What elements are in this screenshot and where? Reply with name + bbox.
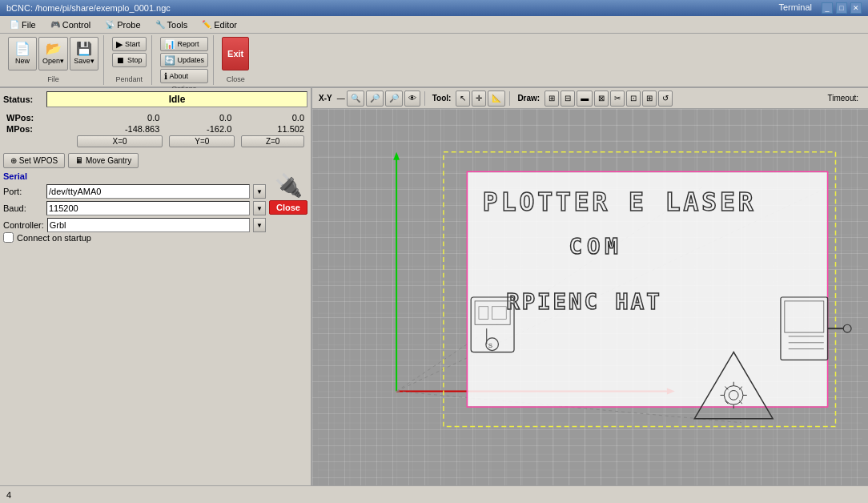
draw-opt1-button[interactable]: ⊡ [626,91,641,107]
zoom-in-button[interactable]: 🔎 [366,91,384,107]
tools-icon: 🔧 [155,20,165,29]
open-button[interactable]: 📂 Open▾ [38,37,68,70]
port-dropdown-btn[interactable]: ▼ [253,184,266,199]
zoom-out-button[interactable]: 🔎 [385,91,403,107]
file-section-label: File [47,75,59,83]
updates-button[interactable]: 🔄 Updates [160,53,209,67]
wpos-x: 0.0 [74,112,166,123]
connect-startup-row: Connect on startup [3,232,266,243]
toolbar-file-section: 📄 New 📂 Open▾ 💾 Save▾ File [3,35,104,85]
move-gantry-button[interactable]: 🖩 Move Gantry [68,153,139,168]
controller-label: Controller: [3,220,44,230]
wpos-label: WPos: [3,112,74,123]
viz-canvas[interactable]: PLOTTER E LASER COM RPIENC HAT S [312,109,868,485]
bottom-number: 4 [6,490,11,500]
controller-dropdown-btn[interactable]: ▼ [253,218,266,232]
draw-opt2-button[interactable]: ⊞ [642,91,657,107]
z-zero-button[interactable]: Z=0 [241,135,304,147]
baud-input[interactable] [46,201,250,215]
menu-editor[interactable]: ✏️ Editor [195,17,243,33]
about-button[interactable]: ℹ About [160,69,209,83]
minimize-button[interactable]: _ [822,2,833,14]
close-button-red[interactable]: Close [269,200,307,215]
draw-opt3-button[interactable]: ↺ [658,91,673,107]
draw-cut-button[interactable]: ✂ [610,91,625,107]
probe-icon: 📡 [105,20,115,29]
y-zero-button[interactable]: Y=0 [169,135,235,147]
viz-toolbar: X-Y — 🔍 🔎 🔎 👁 Tool: ↖ ✛ 📐 Draw: ⊞ ⊟ ▬ ⊠ … [312,88,868,109]
tool-measure-button[interactable]: 📐 [488,91,505,107]
report-button[interactable]: 📊 Report [160,37,209,51]
about-icon: ℹ [164,71,167,82]
baud-row: Baud: ▼ [3,201,266,215]
toolbar: 📄 New 📂 Open▾ 💾 Save▾ File ▶ Start [0,34,868,88]
mpos-label: MPos: [3,123,74,135]
draw-points-button[interactable]: ⊠ [594,91,609,107]
port-input[interactable] [46,184,250,199]
close-section-label: Close [227,75,245,83]
serial-section: Serial Port: ▼ Baud: ▼ Controller: ▼ [3,171,307,243]
toolbar-options-section: 📊 Report 🔄 Updates ℹ About Options [155,35,215,85]
exit-button[interactable]: Exit [222,37,249,70]
menu-control[interactable]: 🎮 Control [44,17,97,33]
left-panel: Status: Idle WPos: 0.0 0.0 0.0 MPos: -14… [0,88,312,485]
new-icon: 📄 [14,42,30,55]
save-button[interactable]: 💾 Save▾ [70,37,98,70]
zoom-fit-button[interactable]: 🔍 [347,91,364,107]
start-icon: ▶ [116,39,123,50]
svg-text:PLOTTER E LASER: PLOTTER E LASER [483,187,757,216]
svg-text:S: S [488,342,492,349]
wpos-y: 0.0 [166,112,238,123]
set-wpos-button[interactable]: ⊕ Set WPOS [3,153,65,168]
viz-sep1 [424,91,425,106]
updates-label: Updates [178,56,205,64]
toolbar-pendant-section: ▶ Start ⏹ Stop Pendant [107,35,152,85]
main-layout: Status: Idle WPos: 0.0 0.0 0.0 MPos: -14… [0,88,868,485]
bottom-bar: 4 [0,485,868,503]
wpos-z: 0.0 [238,112,307,123]
save-icon: 💾 [76,42,92,55]
draw-label: Draw: [517,94,540,103]
new-button[interactable]: 📄 New [8,37,37,70]
mpos-x: -148.863 [74,123,166,135]
menu-editor-label: Editor [214,20,237,30]
editor-icon: ✏️ [202,20,211,29]
title-bar: bCNC: /home/pi/share/exemplo_0001.ngc Te… [0,0,868,16]
menu-file[interactable]: 📄 File [3,17,42,33]
file-icon: 📄 [10,20,19,29]
menu-probe[interactable]: 📡 Probe [98,17,147,33]
action-row: ⊕ Set WPOS 🖩 Move Gantry [3,153,307,168]
menu-file-label: File [22,20,36,30]
status-label: Status: [3,95,43,104]
stop-icon: ⏹ [116,55,125,65]
draw-lines-button[interactable]: ▬ [577,91,593,107]
pendant-section-label: Pendant [116,75,143,83]
baud-label: Baud: [3,203,43,213]
stop-button[interactable]: ⏹ Stop [112,53,147,67]
svg-text:COM: COM [569,234,623,259]
x-zero-button[interactable]: X=0 [77,135,163,147]
start-button[interactable]: ▶ Start [112,37,147,51]
connect-startup-checkbox[interactable] [3,232,14,243]
new-label: New [15,57,30,65]
baud-dropdown-btn[interactable]: ▼ [253,201,266,215]
xy-label: X-Y [319,94,332,103]
stop-label: Stop [127,56,143,64]
menu-bar: 📄 File 🎮 Control 📡 Probe 🔧 Tools ✏️ Edit… [0,16,868,34]
status-row: Status: Idle [3,91,307,107]
tool-label: Tool: [432,94,452,103]
maximize-button[interactable]: □ [836,2,847,14]
tool-move-button[interactable]: ✛ [472,91,486,107]
draw-grid2-button[interactable]: ⊟ [561,91,575,107]
close-button[interactable]: ✕ [850,2,862,14]
controller-input[interactable] [47,218,250,232]
serial-title: Serial [3,171,266,181]
view-button[interactable]: 👁 [404,91,420,107]
open-icon: 📂 [46,42,62,55]
draw-grid-button[interactable]: ⊞ [545,91,559,107]
controller-row: Controller: ▼ [3,218,266,232]
menu-tools[interactable]: 🔧 Tools [149,17,195,33]
menu-control-label: Control [62,20,90,30]
tool-select-button[interactable]: ↖ [456,91,470,107]
plug-icon: 🔌 [275,175,303,197]
